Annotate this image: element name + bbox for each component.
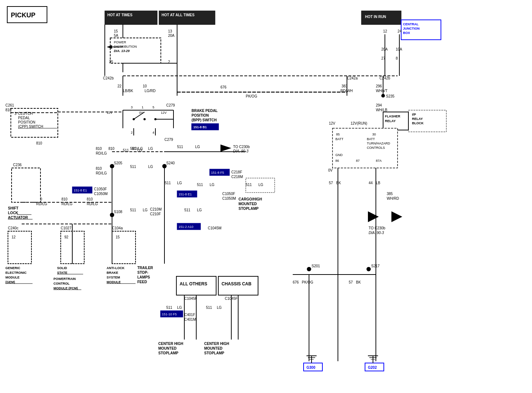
- svg-text:ACTUATOR: ACTUATOR: [8, 216, 28, 220]
- svg-text:RELAY: RELAY: [412, 117, 423, 121]
- svg-text:BRAKE PEDAL: BRAKE PEDAL: [192, 109, 218, 113]
- svg-text:C1050F: C1050F: [222, 192, 235, 196]
- svg-point-75: [154, 118, 156, 120]
- svg-text:151-2 A10: 151-2 A10: [179, 225, 193, 229]
- svg-text:511: 511: [123, 148, 129, 152]
- svg-text:LG: LG: [137, 148, 142, 152]
- svg-text:(CPP) SWITCH: (CPP) SWITCH: [18, 125, 43, 129]
- svg-text:POWERTRAIN: POWERTRAIN: [53, 277, 76, 281]
- svg-text:FEED: FEED: [137, 280, 147, 284]
- svg-text:ELECTRONIC: ELECTRONIC: [5, 271, 27, 275]
- svg-text:20A: 20A: [168, 34, 175, 38]
- svg-text:LG: LG: [217, 306, 222, 310]
- svg-rect-234: [12, 168, 40, 202]
- svg-text:C1050M: C1050M: [94, 192, 108, 196]
- svg-text:151-8 E1: 151-8 E1: [179, 193, 192, 196]
- svg-text:30: 30: [372, 133, 376, 136]
- svg-text:15: 15: [116, 235, 120, 239]
- svg-text:12V(RUN): 12V(RUN): [351, 121, 367, 125]
- svg-text:LAMPS: LAMPS: [137, 275, 150, 279]
- svg-text:22: 22: [117, 84, 122, 88]
- svg-text:86: 86: [335, 159, 339, 163]
- svg-text:C279: C279: [166, 103, 175, 107]
- svg-text:PICKUP: PICKUP: [11, 12, 35, 19]
- svg-text:C210M: C210M: [150, 207, 162, 211]
- svg-text:CENTER HIGH: CENTER HIGH: [158, 342, 183, 346]
- svg-text:BOX: BOX: [403, 31, 410, 35]
- svg-text:I/P: I/P: [412, 113, 416, 116]
- svg-text:87A: 87A: [376, 159, 382, 163]
- svg-text:MOUNTED: MOUNTED: [204, 346, 223, 350]
- svg-text:CENTRAL: CENTRAL: [403, 22, 419, 26]
- svg-text:RD/LG: RD/LG: [96, 171, 107, 175]
- svg-text:12: 12: [12, 235, 16, 239]
- svg-text:MOUNTED: MOUNTED: [158, 346, 177, 350]
- svg-text:S217: S217: [371, 264, 380, 268]
- svg-text:STOPLAMP: STOPLAMP: [158, 351, 179, 355]
- svg-text:HOT AT TIMES: HOT AT TIMES: [107, 13, 133, 17]
- svg-text:24: 24: [398, 29, 402, 33]
- svg-text:15: 15: [114, 29, 118, 33]
- svg-text:C240c: C240c: [8, 226, 18, 230]
- svg-text:12: 12: [383, 29, 387, 33]
- svg-text:LG/RD: LG/RD: [145, 89, 156, 93]
- svg-text:810: 810: [96, 147, 102, 151]
- svg-text:LG: LG: [148, 165, 153, 169]
- svg-point-216: [366, 267, 371, 271]
- svg-text:(BPP) SWITCH: (BPP) SWITCH: [192, 118, 216, 122]
- svg-text:LG: LG: [210, 183, 215, 187]
- svg-text:RD/LG: RD/LG: [96, 151, 107, 155]
- svg-text:WH/LB: WH/LB: [376, 108, 387, 112]
- svg-text:S205: S205: [114, 161, 123, 165]
- svg-text:0V: 0V: [328, 168, 333, 172]
- svg-text:DIA. 90-3: DIA. 90-3: [369, 231, 384, 235]
- svg-text:LG: LG: [197, 208, 202, 212]
- svg-text:TO C230b: TO C230b: [233, 145, 250, 149]
- svg-text:85: 85: [336, 133, 340, 136]
- svg-text:25: 25: [109, 60, 113, 64]
- svg-text:810: 810: [5, 108, 12, 112]
- svg-text:LG: LG: [177, 306, 182, 310]
- svg-text:57: 57: [329, 181, 333, 185]
- svg-text:511: 511: [197, 183, 203, 187]
- svg-text:CHASSIS CAB: CHASSIS CAB: [222, 281, 252, 286]
- svg-text:2: 2: [131, 131, 133, 134]
- svg-text:GENERIC: GENERIC: [5, 266, 21, 270]
- svg-text:C1045M: C1045M: [208, 226, 222, 230]
- svg-text:BATT: BATT: [335, 137, 344, 141]
- svg-point-72: [133, 118, 135, 120]
- svg-text:3: 3: [14, 112, 17, 116]
- svg-text:SYSTEM: SYSTEM: [107, 276, 120, 279]
- svg-text:S235: S235: [386, 94, 395, 98]
- svg-text:C242b: C242b: [379, 76, 390, 80]
- svg-text:LG: LG: [195, 145, 200, 149]
- svg-text:151-8 B1: 151-8 B1: [193, 125, 207, 129]
- svg-text:LG: LG: [148, 147, 153, 151]
- svg-text:LOCK: LOCK: [8, 211, 18, 215]
- svg-text:151-8 F5: 151-8 F5: [211, 171, 224, 174]
- svg-text:12V: 12V: [329, 121, 335, 125]
- svg-text:511: 511: [206, 306, 212, 310]
- svg-rect-190: [332, 128, 398, 168]
- svg-text:DIA. 13-29: DIA. 13-29: [114, 49, 130, 53]
- svg-text:3: 3: [131, 105, 133, 109]
- svg-text:LG: LG: [143, 208, 148, 212]
- svg-text:DIA. 90-3: DIA. 90-3: [233, 149, 249, 153]
- svg-text:BLOCK: BLOCK: [412, 121, 424, 125]
- svg-text:12V: 12V: [107, 111, 112, 115]
- svg-text:C218M: C218M: [231, 175, 243, 179]
- svg-text:MOUNTED: MOUNTED: [239, 202, 257, 206]
- svg-text:B: B: [369, 213, 373, 219]
- svg-text:SHIFT: SHIFT: [8, 206, 18, 210]
- svg-text:ALL OTHERS: ALL OTHERS: [180, 281, 207, 286]
- svg-text:385: 385: [387, 192, 393, 196]
- svg-text:C242a: C242a: [347, 76, 358, 80]
- svg-text:C1045F: C1045F: [184, 297, 197, 301]
- svg-text:44: 44: [369, 181, 373, 185]
- svg-text:294: 294: [376, 103, 382, 107]
- svg-text:C210F: C210F: [150, 212, 161, 216]
- svg-text:5A: 5A: [114, 34, 119, 38]
- svg-text:G202: G202: [368, 366, 377, 370]
- svg-text:511: 511: [177, 145, 183, 149]
- svg-text:JUNCTION: JUNCTION: [403, 27, 420, 30]
